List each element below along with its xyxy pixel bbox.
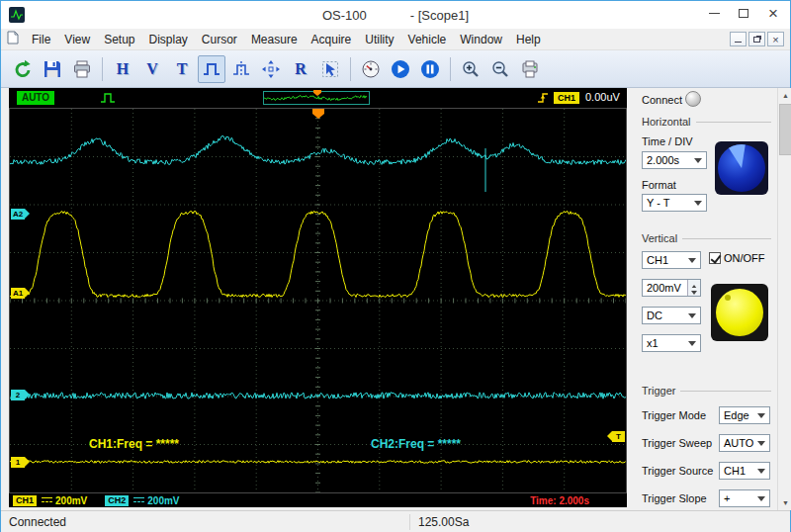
ch1-readout: CH1 200mV [13,495,87,506]
scroll-thumb[interactable] [779,104,791,155]
pulse-measure-button[interactable] [227,55,255,83]
step-down-icon[interactable] [688,288,700,296]
doc-title: - [Scope1] [410,8,469,23]
app-title: OS-100 [322,8,367,23]
trigger-edge-icon [536,92,550,107]
menu-view[interactable]: View [57,29,97,50]
pulse-indicator-icon [100,92,116,107]
record-button[interactable]: R [287,55,314,83]
menu-help[interactable]: Help [509,29,548,50]
menu-display[interactable]: Display [142,29,195,50]
menu-acquire[interactable]: Acquire [305,29,359,50]
menu-cursor[interactable]: Cursor [195,29,244,50]
mdi-close-button[interactable] [767,32,784,46]
format-select[interactable]: Y - T [642,194,707,212]
minimize-button[interactable] [699,1,729,25]
pause-icon [420,59,440,79]
trigger-source-label: Trigger Source [642,465,713,477]
autoscale-button[interactable] [257,55,285,83]
mdi-restore-icon [753,37,760,43]
zoom-in-icon [461,59,481,79]
onoff-label: ON/OFF [724,252,765,264]
timebase-readout: Time: 2.000s [530,495,589,506]
trigger-channel-badge: CH1 [554,92,579,104]
toolbar-separator [350,57,351,81]
connection-status: Connected [9,515,66,529]
scope-readout-bar: CH1 200mV CH2 200mV Time: 2.000s [9,493,627,507]
probe-select[interactable]: x1 [642,334,701,352]
marker-a1[interactable]: A1 [11,288,25,299]
minimize-icon [709,13,720,14]
ch2-position-marker[interactable]: 2 [11,390,25,400]
mdi-controls [730,32,784,46]
close-button[interactable] [758,1,788,25]
cursor-arrow-icon [320,59,340,79]
connect-button[interactable] [685,91,701,107]
scope-status-bar: AUTO CH1 0.00uV [9,88,627,108]
maximize-button[interactable] [729,1,758,25]
trigger-slope-select[interactable]: + [719,489,770,507]
menu-measure[interactable]: Measure [244,29,305,50]
cursor-tool-button[interactable] [316,55,344,83]
channel-onoff-checkbox[interactable]: ON/OFF [709,252,765,264]
horizontal-setup-button[interactable]: H [109,55,136,83]
zoom-in-button[interactable] [457,55,484,83]
mdi-close-icon [772,33,778,46]
save-button[interactable] [39,55,66,83]
time-div-select[interactable]: 2.000s [642,151,707,169]
panel-scrollbar[interactable] [777,88,791,510]
trigger-level-marker[interactable]: T [612,431,625,442]
coupling-select[interactable]: DC [642,307,701,324]
run-button[interactable] [387,55,414,83]
mdi-minimize-button[interactable] [730,32,747,46]
trigger-sweep-label: Trigger Sweep [642,437,712,449]
ch1-badge: CH1 [13,495,37,506]
stepper-arrows[interactable] [687,280,700,296]
menu-vehicle[interactable]: Vehicle [401,29,454,50]
trigger-mode-value: Edge [724,409,749,421]
trigger-sweep-select[interactable]: AUTO [719,434,770,452]
gauge-button[interactable] [357,55,385,83]
scroll-down-button[interactable] [778,495,791,510]
close-icon [768,5,778,22]
knob-pointer [718,144,765,192]
plotter-button[interactable] [516,55,544,83]
menu-utility[interactable]: Utility [358,29,400,50]
zoom-out-icon [490,59,510,79]
trigger-section-label: Trigger [642,385,675,397]
step-up-icon[interactable] [688,280,700,288]
scope-graticule [10,109,626,492]
scope-display[interactable]: A2 A1 2 1 T CH1:Freq = ***** CH2:Freq = … [9,108,627,493]
volts-div-stepper[interactable]: 200mV [642,279,701,297]
time-div-label: Time / DIV [642,135,693,147]
trigger-slope-row: Trigger Slope + [634,489,777,509]
zoom-out-button[interactable] [486,55,514,83]
trigger-source-select[interactable]: CH1 [719,462,770,480]
connect-refresh-button[interactable] [9,55,37,83]
toolbar-separator [102,57,103,81]
single-pulse-button[interactable] [198,55,225,83]
trigger-slope-label: Trigger Slope [642,492,707,504]
channel-select[interactable]: CH1 [642,251,701,269]
horizontal-knob[interactable] [715,141,768,195]
menu-file[interactable]: File [25,29,57,50]
ch1-position-marker[interactable]: 1 [11,457,25,468]
waveform-preview[interactable] [263,91,370,105]
sample-rate-value: 125.00Sa [418,515,469,529]
vertical-knob[interactable] [711,284,768,341]
trigger-mode-select[interactable]: Edge [719,406,770,424]
marker-a2[interactable]: A2 [11,209,25,220]
print-button[interactable] [68,55,96,83]
menu-window[interactable]: Window [453,29,509,50]
trigger-sweep-value: AUTO [724,437,753,449]
pause-button[interactable] [416,55,444,83]
play-icon [391,59,410,79]
vertical-setup-button[interactable]: V [138,55,166,83]
trigger-source-value: CH1 [724,465,746,477]
main-area: AUTO CH1 0.00uV A2 A1 [1,88,790,510]
channel-value: CH1 [647,254,668,266]
menu-setup[interactable]: Setup [97,29,141,50]
scroll-up-button[interactable] [778,88,791,103]
mdi-restore-button[interactable] [748,32,765,46]
trigger-setup-button[interactable]: T [168,55,196,83]
